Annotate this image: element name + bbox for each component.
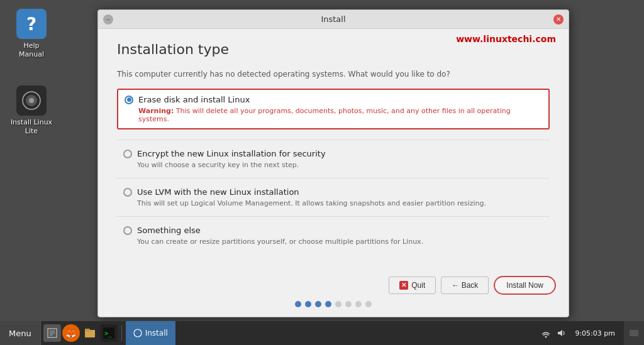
back-label: ← Back — [452, 281, 478, 290]
option-lvm-sublabel: This will set up Logical Volume Manageme… — [137, 199, 543, 207]
desktop: ? Help Manual Install Linux Lite – Insta… — [0, 0, 644, 321]
taskbar-files2-icon[interactable] — [81, 324, 99, 342]
svg-rect-15 — [630, 330, 638, 336]
minimize-button[interactable]: – — [103, 14, 113, 25]
radio-encrypt[interactable] — [123, 150, 132, 158]
install-linux-label-line1: Install Linux — [11, 118, 52, 127]
info-text: This computer currently has no detected … — [117, 70, 550, 79]
svg-rect-9 — [85, 329, 90, 331]
tray-network-icon[interactable] — [540, 327, 552, 339]
radio-something-else[interactable] — [123, 226, 132, 235]
desktop-icon-help-manual[interactable]: ? Help Manual — [6, 5, 57, 63]
dialog-titlebar: – Install ✕ — [98, 10, 569, 29]
taskbar-files-icon[interactable] — [43, 324, 61, 342]
option-encrypt-label: Encrypt the new Linux installation for s… — [137, 149, 326, 158]
taskbar-apps: 🦊 >_ — [41, 324, 120, 342]
option-something-else-label: Something else — [137, 226, 201, 235]
option-encrypt-sublabel: You will choose a security key in the ne… — [137, 161, 543, 169]
svg-text:>_: >_ — [104, 330, 113, 337]
option-something-else-sublabel: You can create or resize partitions your… — [137, 238, 543, 246]
taskbar-install-label: Install — [145, 329, 168, 337]
pagination-dots — [295, 301, 372, 307]
taskbar-firefox-icon[interactable]: 🦊 — [62, 324, 80, 342]
taskbar-install-app[interactable]: Install — [126, 321, 175, 345]
close-button[interactable]: ✕ — [553, 14, 564, 25]
dialog-title: Install — [113, 14, 553, 24]
install-now-button[interactable]: Install Now — [494, 276, 556, 295]
option-erase-disk[interactable]: Erase disk and install Linux Warning: Th… — [117, 89, 550, 129]
option-lvm[interactable]: Use LVM with the new Linux installation … — [117, 182, 550, 212]
dialog-content: www.linuxtechi.com Installation type Thi… — [98, 29, 569, 270]
option-something-else[interactable]: Something else You can create or resize … — [117, 221, 550, 251]
dot-5 — [335, 301, 341, 307]
back-button[interactable]: ← Back — [441, 277, 489, 294]
help-manual-icon: ? — [16, 9, 47, 39]
menu-label: Menu — [9, 329, 31, 338]
option-erase-disk-label: Erase disk and install Linux — [138, 95, 250, 104]
warning-text: Warning: This will delete all your progr… — [138, 107, 542, 123]
dot-3 — [315, 301, 321, 307]
taskbar-menu-button[interactable]: Menu — [0, 321, 41, 345]
watermark: www.linuxtechi.com — [456, 34, 556, 44]
radio-erase-disk[interactable] — [125, 96, 133, 104]
taskbar: Menu 🦊 >_ Install 9:05:03 pm — [0, 321, 644, 345]
svg-point-3 — [29, 98, 34, 103]
tray-time: 9:05:03 pm — [571, 329, 619, 337]
help-manual-label: Help Manual — [10, 41, 53, 60]
install-linux-label-line2: Lite — [25, 127, 38, 136]
taskbar-terminal-icon[interactable]: >_ — [100, 324, 118, 342]
tray-icons — [540, 327, 567, 339]
dot-7 — [355, 301, 362, 307]
dot-6 — [345, 301, 352, 307]
tray-volume-icon[interactable] — [555, 327, 567, 339]
separator-1 — [117, 140, 550, 140]
svg-point-12 — [134, 329, 142, 337]
taskbar-divider — [121, 326, 122, 341]
install-now-label: Install Now — [506, 281, 543, 290]
quit-icon: ✕ — [399, 281, 408, 290]
taskbar-tray: 9:05:03 pm — [535, 327, 624, 339]
footer-buttons: ✕ Quit ← Back Install Now — [111, 276, 556, 295]
quit-label: Quit — [411, 281, 425, 290]
option-encrypt[interactable]: Encrypt the new Linux installation for s… — [117, 144, 550, 174]
option-lvm-label: Use LVM with the new Linux installation — [137, 187, 299, 197]
svg-point-13 — [545, 336, 547, 338]
dot-1 — [295, 301, 301, 307]
install-dialog: – Install ✕ www.linuxtechi.com Installat… — [97, 9, 569, 317]
dot-2 — [305, 301, 311, 307]
separator-3 — [117, 216, 550, 217]
dialog-footer: ✕ Quit ← Back Install Now — [98, 270, 569, 317]
quit-button[interactable]: ✕ Quit — [389, 277, 436, 294]
desktop-icon-install-linux[interactable]: Install Linux Lite — [6, 82, 57, 140]
separator-2 — [117, 178, 550, 178]
dot-8 — [365, 301, 372, 307]
radio-lvm[interactable] — [123, 188, 132, 197]
titlebar-buttons: – — [103, 14, 113, 25]
dot-4 — [325, 301, 331, 307]
taskbar-right-icon[interactable] — [624, 321, 644, 345]
install-linux-icon — [16, 85, 47, 116]
